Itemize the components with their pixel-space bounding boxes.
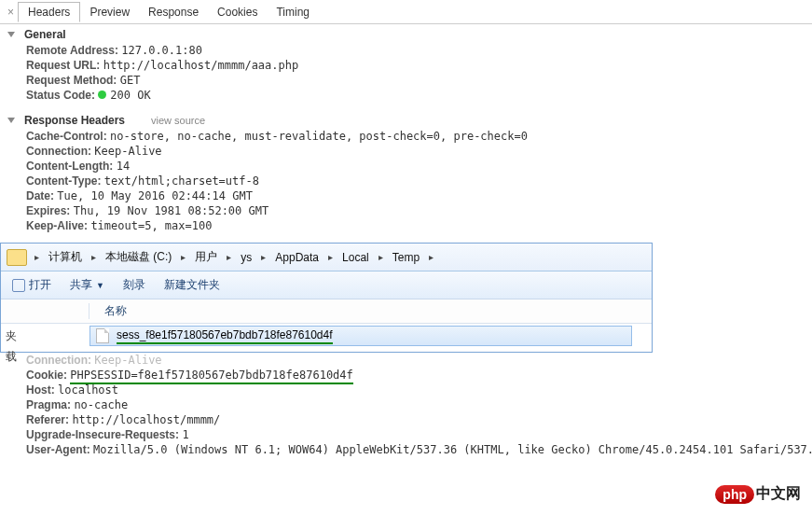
watermark-logo: php 中文网 xyxy=(715,484,801,504)
tab-preview[interactable]: Preview xyxy=(80,3,139,21)
user-agent-value: Mozilla/5.0 (Windows NT 6.1; WOW64) Appl… xyxy=(93,443,812,456)
section-request-headers: Connection: Keep-Alive Cookie: PHPSESSID… xyxy=(0,347,812,465)
connection-value: Keep-Alive xyxy=(94,145,161,158)
cache-control-label: Cache-Control: xyxy=(26,130,107,143)
chevron-right-icon[interactable]: ▸ xyxy=(257,252,269,262)
chevron-right-icon[interactable]: ▸ xyxy=(31,252,43,262)
expires-label: Expires: xyxy=(26,204,70,217)
req-connection-value: Keep-Alive xyxy=(94,354,161,367)
tab-timing[interactable]: Timing xyxy=(267,3,319,21)
req-connection-label: Connection: xyxy=(26,354,91,367)
content-length-label: Content-Length: xyxy=(26,160,113,173)
crumb-ys[interactable]: ys xyxy=(239,249,254,266)
devtools-tabs: × Headers Preview Response Cookies Timin… xyxy=(0,0,812,24)
side-text-jia: 夹 xyxy=(6,328,17,344)
tab-headers[interactable]: Headers xyxy=(18,2,80,22)
content-length-value: 14 xyxy=(117,160,130,173)
status-code-label: Status Code: xyxy=(26,89,95,102)
remote-address-label: Remote Address: xyxy=(26,44,118,57)
php-pill-icon: php xyxy=(715,485,754,504)
date-value: Tue, 10 May 2016 02:44:14 GMT xyxy=(57,189,253,202)
request-url-label: Request URL: xyxy=(26,59,100,72)
side-text-zai: 载 xyxy=(6,349,17,365)
open-icon xyxy=(12,279,25,292)
column-handle[interactable] xyxy=(1,303,89,319)
connection-label: Connection: xyxy=(26,145,91,158)
view-source-link[interactable]: view source xyxy=(151,115,205,126)
chevron-right-icon[interactable]: ▸ xyxy=(425,252,437,262)
tab-response[interactable]: Response xyxy=(139,3,208,21)
crumb-disk-c[interactable]: 本地磁盘 (C:) xyxy=(103,247,173,267)
uir-value: 1 xyxy=(182,428,188,441)
content-type-label: Content-Type: xyxy=(26,174,101,188)
section-response-headers: Response Headers view source Cache-Contr… xyxy=(0,110,812,241)
file-explorer: ▸ 计算机 ▸ 本地磁盘 (C:) ▸ 用户 ▸ ys ▸ AppData ▸ … xyxy=(0,243,653,353)
host-value: localhost xyxy=(58,383,118,397)
chevron-right-icon[interactable]: ▸ xyxy=(88,252,100,262)
section-title-general: General xyxy=(24,28,66,41)
section-title-response-headers: Response Headers xyxy=(24,114,125,127)
logo-text: 中文网 xyxy=(756,484,801,504)
request-method-value: GET xyxy=(120,74,141,87)
crumb-local[interactable]: Local xyxy=(340,249,371,266)
crumb-users[interactable]: 用户 xyxy=(193,247,219,267)
column-name[interactable]: 名称 xyxy=(89,303,127,319)
chevron-right-icon[interactable]: ▸ xyxy=(375,252,387,262)
status-dot-icon xyxy=(98,90,106,99)
tool-open[interactable]: 打开 xyxy=(12,277,51,293)
host-label: Host: xyxy=(26,383,55,397)
cookie-label: Cookie: xyxy=(26,369,67,382)
keep-alive-label: Keep-Alive: xyxy=(26,219,88,232)
uir-label: Upgrade-Insecure-Requests: xyxy=(26,428,179,441)
pragma-value: no-cache xyxy=(74,398,128,411)
expires-value: Thu, 19 Nov 1981 08:52:00 GMT xyxy=(74,204,269,217)
crumb-appdata[interactable]: AppData xyxy=(273,249,321,266)
content-type-value: text/html;charset=utf-8 xyxy=(104,174,259,188)
tool-new-folder[interactable]: 新建文件夹 xyxy=(164,277,220,293)
explorer-toolbar: 打开 共享▼ 刻录 新建文件夹 xyxy=(1,271,652,299)
chevron-right-icon[interactable]: ▸ xyxy=(324,252,337,262)
request-method-label: Request Method: xyxy=(26,74,117,87)
tab-cookies[interactable]: Cookies xyxy=(208,3,267,21)
crumb-computer[interactable]: 计算机 xyxy=(47,247,84,267)
date-label: Date: xyxy=(26,189,54,202)
user-agent-label: User-Agent: xyxy=(26,443,90,456)
request-url-value: http://localhost/mmmm/aaa.php xyxy=(103,59,299,72)
cache-control-value: no-store, no-cache, must-revalidate, pos… xyxy=(110,130,528,143)
chevron-down-icon: ▼ xyxy=(96,281,104,290)
chevron-right-icon[interactable]: ▸ xyxy=(223,252,235,262)
pragma-label: Pragma: xyxy=(26,398,71,411)
chevron-down-icon[interactable] xyxy=(7,32,15,37)
tool-share[interactable]: 共享▼ xyxy=(70,277,104,293)
chevron-right-icon[interactable]: ▸ xyxy=(177,252,189,262)
column-headers: 名称 xyxy=(1,299,652,324)
keep-alive-value: timeout=5, max=100 xyxy=(90,219,212,232)
crumb-temp[interactable]: Temp xyxy=(391,249,421,266)
file-icon xyxy=(96,328,109,343)
status-code-value: 200 OK xyxy=(110,89,150,102)
section-general: General Remote Address: 127.0.0.1:80 Req… xyxy=(0,24,812,110)
chevron-down-icon[interactable] xyxy=(7,118,15,123)
file-name: sess_f8e1f57180567eb7bdb718fe87610d4f xyxy=(117,328,333,344)
breadcrumb-bar: ▸ 计算机 ▸ 本地磁盘 (C:) ▸ 用户 ▸ ys ▸ AppData ▸ … xyxy=(1,244,652,271)
folder-icon[interactable] xyxy=(7,249,27,266)
referer-value: http://localhost/mmmm/ xyxy=(72,413,220,426)
remote-address-value: 127.0.0.1:80 xyxy=(121,44,202,57)
referer-label: Referer: xyxy=(26,413,69,426)
file-row-selected[interactable]: sess_f8e1f57180567eb7bdb718fe87610d4f xyxy=(89,326,632,346)
close-icon[interactable]: × xyxy=(4,6,18,19)
tool-burn[interactable]: 刻录 xyxy=(123,277,145,293)
